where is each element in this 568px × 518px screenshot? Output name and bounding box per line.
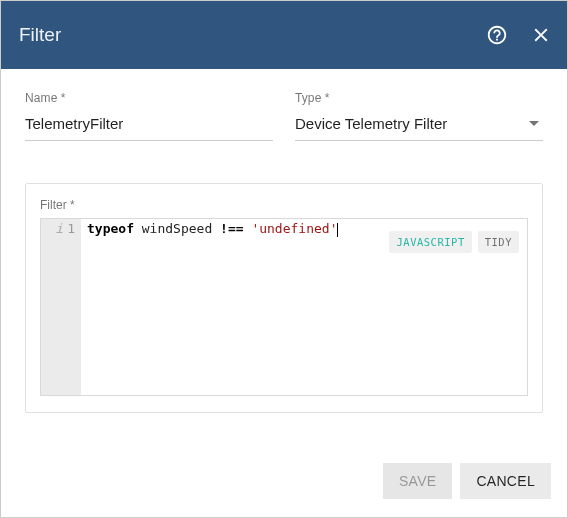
text-cursor [337,223,338,237]
gutter: i1 [41,219,81,395]
javascript-badge[interactable]: JAVASCRIPT [389,231,471,253]
code-op: !== [220,221,243,236]
filter-label: Filter * [40,198,528,212]
filter-card: Filter * i1 typeof windSpeed !== 'undefi… [25,183,543,413]
dialog-header: Filter [1,1,567,69]
chevron-down-icon [529,121,539,126]
type-value: Device Telemetry Filter [295,115,529,132]
editor-badges: JAVASCRIPT TIDY [389,231,519,253]
dialog-footer: SAVE CANCEL [1,449,567,517]
filter-dialog: Filter Name * Type * Device Telemetry Fi… [0,0,568,518]
cancel-button[interactable]: CANCEL [460,463,551,499]
save-button[interactable]: SAVE [383,463,453,499]
tidy-badge[interactable]: TIDY [478,231,519,253]
type-label: Type * [295,91,543,105]
code-mid: windSpeed [134,221,220,236]
name-field-container: Name * [25,91,273,141]
type-select[interactable]: Device Telemetry Filter [295,109,543,141]
code-content[interactable]: typeof windSpeed !== 'undefined' JAVASCR… [81,219,527,395]
type-field-container: Type * Device Telemetry Filter [295,91,543,141]
name-label: Name * [25,91,273,105]
name-input[interactable] [25,109,273,141]
line-number: 1 [67,221,75,236]
close-icon[interactable] [529,23,553,47]
form-row: Name * Type * Device Telemetry Filter [25,91,543,141]
help-icon[interactable] [485,23,509,47]
code-keyword: typeof [87,221,134,236]
header-actions [485,23,553,47]
dialog-title: Filter [19,24,485,46]
code-editor[interactable]: i1 typeof windSpeed !== 'undefined' JAVA… [40,218,528,396]
dialog-body: Name * Type * Device Telemetry Filter Fi… [1,69,567,449]
info-icon: i [55,221,63,236]
code-string: 'undefined' [251,221,337,236]
